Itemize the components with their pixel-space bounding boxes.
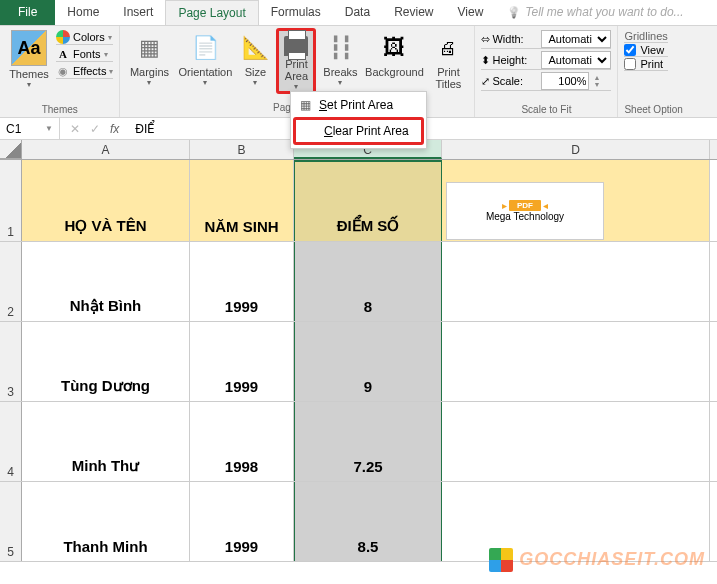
orientation-icon — [189, 32, 221, 64]
cell-D2[interactable] — [442, 242, 710, 321]
cell-C2[interactable]: 8 — [294, 242, 442, 321]
fonts-icon: A — [56, 47, 70, 61]
cell-C5[interactable]: 8.5 — [294, 482, 442, 561]
cell-A1[interactable]: HỌ VÀ TÊN — [22, 160, 190, 241]
height-icon: ⬍ — [481, 54, 490, 67]
cell-A2[interactable]: Nhật Bình — [22, 242, 190, 321]
row-header-2[interactable]: 2 — [0, 242, 22, 321]
width-icon: ⬄ — [481, 33, 490, 46]
scale-input[interactable] — [541, 72, 589, 90]
scale-up[interactable]: ▲ — [593, 74, 600, 81]
tab-page-layout[interactable]: Page Layout — [165, 0, 258, 25]
watermark: GOCCHIASEIT.COM — [489, 548, 705, 572]
cell-C1[interactable]: ĐIỂM SỐ — [294, 160, 442, 241]
fx-icon[interactable]: fx — [110, 122, 119, 136]
cell-D4[interactable] — [442, 402, 710, 481]
background-icon — [378, 32, 410, 64]
megatech-label: Mega Technology — [486, 211, 564, 222]
themes-button[interactable]: Aa Themes ▾ — [6, 28, 52, 94]
background-button[interactable]: Background — [364, 28, 424, 94]
cell-A3[interactable]: Tùng Dương — [22, 322, 190, 401]
group-sheet-options: Gridlines View Print Sheet Option — [618, 26, 688, 117]
row-header-3[interactable]: 3 — [0, 322, 22, 401]
row-header-4[interactable]: 4 — [0, 402, 22, 481]
tab-data[interactable]: Data — [333, 0, 382, 25]
tab-file[interactable]: File — [0, 0, 55, 25]
size-icon — [239, 32, 271, 64]
cell-D3[interactable] — [442, 322, 710, 401]
cell-B2[interactable]: 1999 — [190, 242, 294, 321]
breaks-button[interactable]: Breaks▾ — [320, 28, 360, 94]
pdf-badge: PDF — [509, 200, 541, 211]
pdf-arrow-icon: ▸ — [502, 200, 507, 211]
row-header-5[interactable]: 5 — [0, 482, 22, 561]
select-all-corner[interactable] — [0, 140, 22, 159]
orientation-button[interactable]: Orientation▾ — [176, 28, 234, 94]
name-box[interactable]: C1▼ — [0, 118, 60, 139]
namebox-dropdown-icon: ▼ — [45, 124, 53, 133]
gridlines-view-checkbox[interactable] — [624, 44, 636, 56]
group-label-scale: Scale to Fit — [481, 104, 611, 117]
print-area-icon — [280, 35, 312, 56]
col-header-D[interactable]: D — [442, 140, 710, 159]
tab-review[interactable]: Review — [382, 0, 445, 25]
gridlines-print-checkbox[interactable] — [624, 58, 636, 70]
fonts-button[interactable]: AFonts▾ — [56, 47, 113, 62]
themes-icon: Aa — [11, 30, 47, 66]
margins-icon — [133, 32, 165, 64]
cell-B5[interactable]: 1999 — [190, 482, 294, 561]
print-area-dropdown: ▦Set Print Area Clear Print Area — [290, 91, 427, 149]
spreadsheet-grid: A B C D 1 HỌ VÀ TÊN NĂM SINH ĐIỂM SỐ 2 N… — [0, 140, 717, 562]
group-label-sheet: Sheet Option — [624, 104, 682, 117]
print-titles-button[interactable]: Print Titles — [428, 28, 468, 94]
group-themes: Aa Themes ▾ Colors▾ AFonts▾ Effects▾ The… — [0, 26, 120, 117]
effects-icon — [56, 64, 70, 78]
cell-B3[interactable]: 1999 — [190, 322, 294, 401]
size-button[interactable]: Size▾ — [238, 28, 272, 94]
print-area-button[interactable]: Print Area▾ — [276, 28, 316, 94]
pdf-arrow-icon-2: ◂ — [543, 200, 548, 211]
print-titles-icon — [432, 32, 464, 64]
set-print-area[interactable]: ▦Set Print Area — [291, 94, 426, 116]
width-select[interactable]: Automatic — [541, 30, 611, 48]
group-scale-to-fit: ⬄Width:Automatic ⬍Height:Automatic ⤢Scal… — [475, 26, 618, 117]
set-print-area-icon: ▦ — [297, 98, 313, 112]
colors-button[interactable]: Colors▾ — [56, 30, 113, 45]
colors-icon — [56, 30, 70, 44]
row-header-1[interactable]: 1 — [0, 160, 22, 241]
group-label-page-setup-partial: Pag — [273, 102, 291, 113]
ribbon-tabs: File Home Insert Page Layout Formulas Da… — [0, 0, 717, 26]
group-label-themes: Themes — [6, 104, 113, 117]
enter-icon[interactable]: ✓ — [90, 122, 100, 136]
embedded-object-megatech[interactable]: ▸PDF◂ Mega Technology — [446, 182, 604, 240]
watermark-logo-icon — [489, 548, 513, 572]
cell-A5[interactable]: Thanh Minh — [22, 482, 190, 561]
cancel-icon[interactable]: ✕ — [70, 122, 80, 136]
gridlines-label: Gridlines — [624, 30, 667, 43]
tab-view[interactable]: View — [446, 0, 496, 25]
clear-print-area[interactable]: Clear Print Area — [293, 117, 424, 145]
cell-C4[interactable]: 7.25 — [294, 402, 442, 481]
tab-insert[interactable]: Insert — [111, 0, 165, 25]
cell-A4[interactable]: Minh Thư — [22, 402, 190, 481]
tab-formulas[interactable]: Formulas — [259, 0, 333, 25]
col-header-B[interactable]: B — [190, 140, 294, 159]
effects-button[interactable]: Effects▾ — [56, 64, 113, 79]
tell-me[interactable]: Tell me what you want to do... — [495, 0, 695, 25]
cell-C3[interactable]: 9 — [294, 322, 442, 401]
scale-down[interactable]: ▼ — [593, 81, 600, 88]
cell-B1[interactable]: NĂM SINH — [190, 160, 294, 241]
tab-home[interactable]: Home — [55, 0, 111, 25]
col-header-A[interactable]: A — [22, 140, 190, 159]
height-select[interactable]: Automatic — [541, 51, 611, 69]
margins-button[interactable]: Margins▾ — [126, 28, 172, 94]
breaks-icon — [324, 32, 356, 64]
cell-B4[interactable]: 1998 — [190, 402, 294, 481]
scale-icon: ⤢ — [481, 75, 490, 88]
